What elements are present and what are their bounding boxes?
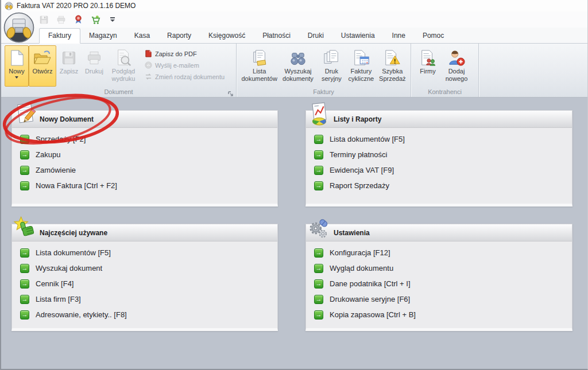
wyszukaj-dokumenty-button[interactable]: Wyszukaj dokumenty	[278, 45, 317, 87]
green-arrow-icon: →	[314, 150, 323, 159]
main-content: Nowy Dokument →Sprzedaży [F2] →Zakupu →Z…	[1, 98, 587, 370]
window-title: Faktura VAT 2020 PRO 20.1.16 DEMO	[17, 2, 136, 10]
tab-pomoc[interactable]: Pomoc	[414, 29, 452, 43]
panel-title: Najczęściej używane	[40, 229, 107, 237]
notepad-pencil-icon	[13, 102, 37, 126]
open-folder-icon	[33, 48, 52, 68]
quick-sale-icon	[384, 48, 401, 68]
green-arrow-icon: →	[314, 264, 323, 273]
customize-quick-access-caret[interactable]	[110, 17, 115, 22]
companies-icon	[419, 48, 436, 68]
item-wyszukaj-dokument[interactable]: →Wyszukaj dokument	[12, 260, 277, 276]
dialog-launcher-icon[interactable]	[227, 89, 234, 95]
item-konfiguracja[interactable]: →Konfiguracja [F12]	[306, 245, 572, 260]
ribbon-group-dokument: Nowy Otwórz Zapisz	[1, 44, 237, 97]
tab-ksiegowosc[interactable]: Księgowość	[200, 29, 254, 43]
tab-platnosci[interactable]: Płatności	[254, 29, 299, 43]
recurring-invoice-icon	[353, 48, 370, 68]
item-nowa-faktura[interactable]: →Nowa Faktura [Ctrl + F2]	[12, 178, 277, 193]
award-badge-icon[interactable]	[72, 14, 84, 25]
cart-icon[interactable]	[90, 14, 101, 25]
lista-dokumentow-button[interactable]: Lista dokumentów	[240, 45, 278, 87]
tab-raporty[interactable]: Raporty	[158, 29, 200, 43]
ribbon-tab-bar: Faktury Magazyn Kasa Raporty Księgowość …	[1, 28, 587, 44]
tab-inne[interactable]: Inne	[384, 29, 414, 43]
item-dane-podatnika[interactable]: →Dane podatnika [Ctrl + I]	[306, 276, 572, 291]
panel-header: Ustawienia	[306, 224, 572, 242]
zmien-rodzaj-label: Zmień rodzaj dokumentu	[155, 73, 225, 80]
druk-seryjny-label: Druk seryjny	[318, 68, 346, 83]
item-adresowanie-etykiety[interactable]: →Adresowanie, etykiety.. [F8]	[12, 307, 277, 322]
lista-dokumentow-label: Lista dokumentów	[241, 68, 278, 83]
drukuj-label: Drukuj	[85, 68, 103, 75]
item-lista-dokumentow[interactable]: →Lista dokumentów [F5]	[12, 245, 277, 260]
email-icon	[145, 61, 152, 69]
panel-header: Najczęściej używane	[12, 224, 277, 242]
zapisz-do-pdf-button[interactable]: Zapisz do PDF	[145, 50, 225, 57]
pdf-icon	[145, 50, 152, 57]
group-label-faktury: Faktury	[237, 88, 411, 97]
binoculars-icon	[289, 48, 307, 68]
new-document-icon	[9, 48, 24, 68]
drukuj-button[interactable]: Drukuj	[82, 45, 107, 87]
swap-arrows-icon	[145, 73, 152, 80]
green-arrow-icon: →	[20, 181, 29, 190]
podglad-label: Podgląd wydruku	[107, 68, 140, 83]
szybka-sprzedaz-button[interactable]: Szybka Sprzedaż	[377, 45, 408, 87]
serial-print-icon	[323, 48, 340, 68]
item-lista-dokumentow[interactable]: →Lista dokumentów [F5]	[306, 131, 572, 147]
green-arrow-icon: →	[314, 135, 323, 144]
chevron-down-icon	[15, 76, 18, 79]
green-arrow-icon: →	[20, 248, 29, 258]
item-zakupu[interactable]: →Zakupu	[12, 147, 277, 162]
firmy-label: Firmy	[420, 68, 436, 75]
item-kopia-zapasowa[interactable]: →Kopia zapasowa [Ctrl + B]	[306, 307, 572, 322]
faktury-cykliczne-button[interactable]: Faktury cykliczne	[346, 45, 376, 87]
wyszukaj-dokumenty-label: Wyszukaj dokumenty	[279, 68, 316, 83]
save-icon	[61, 48, 77, 68]
firmy-button[interactable]: Firmy	[415, 45, 441, 87]
szybka-sprzedaz-label: Szybka Sprzedaż	[377, 68, 408, 83]
zapisz-button[interactable]: Zapisz	[56, 45, 82, 87]
print-icon[interactable]	[55, 14, 67, 25]
tab-druki[interactable]: Druki	[299, 29, 332, 43]
panel-ustawienia: Ustawienia →Konfiguracja [F12] →Wygląd d…	[305, 224, 572, 331]
tab-ustawienia[interactable]: Ustawienia	[332, 29, 384, 43]
item-lista-firm[interactable]: →Lista firm [F3]	[12, 291, 277, 307]
item-cennik[interactable]: →Cennik [F4]	[12, 276, 277, 291]
print-preview-icon	[115, 48, 132, 68]
green-arrow-icon: →	[314, 248, 323, 258]
green-arrow-icon: →	[20, 295, 29, 304]
item-wyglad-dokumentu[interactable]: →Wygląd dokumentu	[306, 260, 572, 276]
save-icon[interactable]	[38, 14, 49, 25]
dodaj-nowego-button[interactable]: Dodaj nowego	[441, 45, 472, 87]
title-bar: Faktura VAT 2020 PRO 20.1.16 DEMO	[1, 0, 587, 11]
quick-access-toolbar	[1, 11, 587, 28]
panel-listy-raporty: Listy i Raporty →Lista dokumentów [F5] →…	[305, 110, 572, 207]
document-stack-icon	[251, 48, 268, 68]
podglad-wydruku-button[interactable]: Podgląd wydruku	[107, 45, 140, 87]
ribbon-group-faktury: Lista dokumentów Wyszukaj dokumenty Druk…	[237, 44, 411, 97]
otworz-button[interactable]: Otwórz	[29, 45, 56, 87]
item-ewidencja-vat[interactable]: →Ewidencja VAT [F9]	[306, 162, 572, 178]
gears-icon	[307, 216, 331, 240]
tab-faktury[interactable]: Faktury	[39, 28, 80, 44]
nowy-button[interactable]: Nowy	[5, 45, 29, 87]
ribbon-group-kontrahenci: Firmy Dodaj nowego Kontrahenci	[411, 44, 479, 97]
druk-seryjny-button[interactable]: Druk seryjny	[318, 45, 346, 87]
app-logo-button[interactable]	[3, 12, 34, 43]
item-sprzedazy[interactable]: →Sprzedaży [F2]	[12, 131, 277, 147]
otworz-label: Otwórz	[33, 68, 53, 75]
tab-magazyn[interactable]: Magazyn	[80, 29, 126, 43]
panel-title: Listy i Raporty	[334, 115, 381, 123]
add-contact-icon	[448, 48, 465, 68]
tab-kasa[interactable]: Kasa	[126, 29, 158, 43]
wyslij-email-button[interactable]: Wyślij e-mailem	[145, 61, 225, 69]
item-drukowanie-seryjne[interactable]: →Drukowanie seryjne [F6]	[306, 291, 572, 307]
green-arrow-icon: →	[20, 310, 29, 320]
panel-header: Nowy Dokument	[12, 111, 277, 128]
item-raport-sprzedazy[interactable]: →Raport Sprzedaży	[306, 178, 572, 193]
item-terminy-platnosci[interactable]: →Terminy płatności	[306, 147, 572, 162]
item-zamowienie[interactable]: →Zamówienie	[12, 162, 277, 178]
zmien-rodzaj-button[interactable]: Zmień rodzaj dokumentu	[145, 73, 225, 80]
